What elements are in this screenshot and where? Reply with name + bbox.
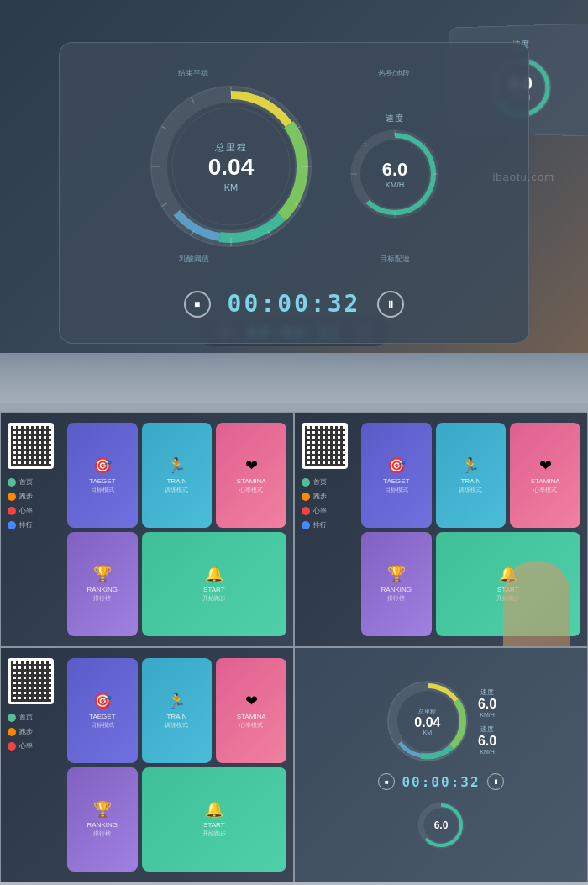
run-label-3: 跑步 — [19, 727, 33, 736]
target-icon-2: 🎯 — [387, 456, 406, 475]
app-sidebar-2: 首页 跑步 心率 排行 — [302, 423, 356, 636]
tile-train-1[interactable]: 🏃 TRAIN 训练模式 — [142, 423, 213, 528]
target-label-2: TAEGET — [383, 477, 409, 486]
tile-train-3[interactable]: 🏃 TRAIN 训练模式 — [142, 658, 213, 763]
stamina-sublabel-3: 心率模式 — [239, 721, 263, 730]
tile-ranking-3[interactable]: 🏆 RANKING 排行榜 — [67, 767, 138, 872]
speed-gauge: 6.0 KM/H — [349, 128, 441, 220]
sidebar-icon-run: 跑步 — [8, 492, 62, 501]
mini-speed-gauge: 6.0 — [416, 800, 466, 851]
mini-speed-label-1: 速度 — [478, 687, 496, 697]
speed-center: 6.0 KM/H — [382, 159, 408, 189]
sidebar-icons-2: 首页 跑步 心率 排行 — [302, 477, 356, 529]
dashboard-card: 结束平稳 热身/地段 — [59, 42, 529, 344]
train-icon-3: 🏃 — [167, 692, 186, 710]
sidebar-icons-1: 首页 跑步 心率 排行 — [8, 477, 62, 529]
gauge-area: 总里程 0.04 KM 速度 — [93, 82, 495, 250]
run-label-2: 跑步 — [313, 492, 327, 501]
grid-section: 首页 跑步 心率 排行 — [0, 403, 588, 882]
sidebar-icon-rank: 排行 — [8, 520, 62, 529]
stamina-label: STAMINA — [237, 477, 266, 486]
tile-train-2[interactable]: 🏃 TRAIN 训练模式 — [436, 423, 507, 528]
grid-cell-2: 首页 跑步 心率 排行 — [294, 412, 588, 647]
grid-cell-1: 首页 跑步 心率 排行 — [0, 412, 294, 647]
hand-overlay — [503, 562, 570, 646]
tile-target-1[interactable]: 🎯 TAEGET 目标模式 — [67, 423, 138, 528]
app-panel-3: 首页 跑步 心率 🎯 TAEGET 目标模式 — [1, 648, 293, 882]
orbit-label-4: 目标配速 — [380, 254, 410, 265]
speed-value: 6.0 — [382, 159, 408, 181]
timer-display: 00:00:32 — [228, 290, 361, 318]
speed-unit: KM/H — [382, 181, 408, 189]
hero-section: ibaotu.com 结束平稳 热身/地段 — [0, 0, 588, 353]
gauge-value: 0.04 — [208, 155, 255, 179]
tile-stamina-3[interactable]: ❤ STAMINA 心率模式 — [216, 658, 286, 763]
grid-cell-4: 总里程 0.04 KM 速度 6.0 KM/H 速度 6.0 K — [294, 647, 588, 882]
gauge-unit: KM — [208, 182, 255, 192]
run-dot-3 — [8, 728, 16, 736]
home-dot-3 — [8, 714, 16, 722]
app-panel-1: 首页 跑步 心率 排行 — [1, 413, 293, 646]
stamina-icon-2: ❤ — [539, 456, 552, 475]
heart-label-3: 心率 — [19, 741, 33, 751]
start-sublabel-3: 开始跑步 — [202, 830, 226, 838]
tile-target-2[interactable]: 🎯 TAEGET 目标模式 — [361, 423, 432, 528]
mini-speed-value-2: 6.0 — [478, 734, 496, 749]
tile-stamina-2[interactable]: ❤ STAMINA 心率模式 — [510, 423, 580, 528]
start-label: START — [203, 586, 224, 594]
mini-pause-btn[interactable]: ⏸ — [487, 773, 504, 790]
ranking-label: RANKING — [87, 586, 118, 594]
reflection — [0, 353, 588, 403]
home-label-3: 首页 — [19, 713, 33, 722]
stop-button[interactable]: ■ — [184, 291, 211, 318]
mini-timer-display: 00:00:32 — [402, 774, 480, 790]
mini-gauge-center: 总里程 0.04 KM — [414, 708, 440, 735]
mini-speed-val-2: 6.0 — [434, 819, 449, 831]
app-sidebar-3: 首页 跑步 心率 — [8, 658, 62, 872]
tile-ranking-1[interactable]: 🏆 RANKING 排行榜 — [67, 532, 138, 637]
train-sublabel-2: 训练模式 — [459, 486, 482, 494]
start-icon-3: 🔔 — [205, 800, 223, 819]
gauge-center: 总里程 0.04 KM — [208, 141, 255, 192]
tile-stamina-1[interactable]: ❤ STAMINA 心率模式 — [216, 423, 286, 528]
pause-button[interactable]: ⏸ — [377, 291, 404, 318]
watermark: ibaotu.com — [492, 171, 554, 183]
stamina-icon-3: ❤ — [245, 692, 258, 710]
start-icon: 🔔 — [205, 565, 223, 583]
ranking-sublabel: 排行榜 — [93, 594, 111, 603]
home-label-2: 首页 — [313, 477, 327, 487]
qr-box-2 — [302, 423, 348, 469]
stamina-sublabel: 心率模式 — [239, 486, 263, 494]
heart-dot-3 — [8, 742, 16, 751]
ranking-label-2: RANKING — [381, 586, 412, 594]
train-icon: 🏃 — [167, 456, 186, 475]
timer-bar: ■ 00:00:32 ⏸ — [93, 282, 495, 326]
train-label-2: TRAIN — [460, 477, 480, 486]
tiles-grid-3: 🎯 TAEGET 目标模式 🏃 TRAIN 训练模式 ❤ STAMINA 心率模… — [67, 658, 286, 872]
train-label: TRAIN — [166, 477, 186, 486]
mini-speed-box-1: 速度 6.0 KM/H — [478, 687, 496, 718]
rank-dot — [8, 521, 16, 529]
train-label-3: TRAIN — [166, 713, 186, 721]
speed-section: 速度 — [349, 113, 441, 220]
mini-timer-bar: ■ 00:00:32 ⏸ — [302, 773, 580, 790]
sidebar-icon-rank-2: 排行 — [302, 520, 356, 529]
mini-dashboard: 总里程 0.04 KM 速度 6.0 KM/H 速度 6.0 K — [295, 648, 587, 882]
tile-start-3[interactable]: 🔔 START 开始跑步 — [142, 767, 286, 872]
sidebar-icon-heart: 心率 — [8, 506, 62, 515]
ranking-sublabel-2: 排行榜 — [387, 594, 405, 603]
tile-ranking-2[interactable]: 🏆 RANKING 排行榜 — [361, 532, 432, 637]
tile-target-3[interactable]: 🎯 TAEGET 目标模式 — [67, 658, 138, 763]
stamina-sublabel-2: 心率模式 — [533, 486, 557, 494]
ranking-label-3: RANKING — [87, 821, 118, 830]
qr-pattern — [11, 426, 51, 466]
home-dot — [8, 478, 16, 487]
qr-pattern-3 — [11, 661, 51, 702]
mini-stop-btn[interactable]: ■ — [378, 773, 395, 790]
mini-speed-unit-2: KM/H — [478, 749, 496, 755]
tile-start-1[interactable]: 🔔 START 开始跑步 — [142, 532, 286, 637]
heart-label: 心率 — [19, 506, 33, 515]
sidebar-icon-run-2: 跑步 — [302, 492, 356, 501]
stamina-label-3: STAMINA — [237, 713, 266, 721]
train-icon-2: 🏃 — [461, 456, 480, 475]
